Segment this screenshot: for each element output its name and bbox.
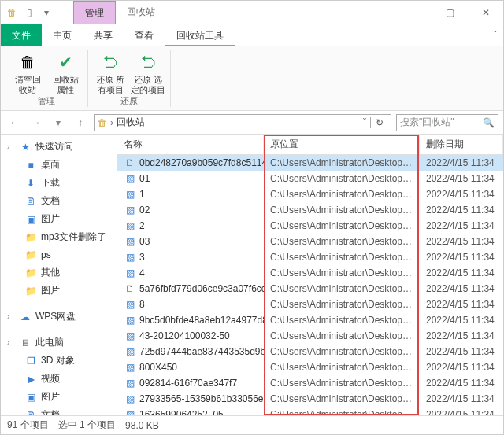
nav-mp3-deleted[interactable]: 📁mp3文件删除了 [1, 228, 117, 246]
group-manage-label: 管理 [38, 95, 55, 107]
cell-name: 🗋0bd248270a9b059c7fd8c51142... [117, 157, 264, 169]
image-file-icon: ▧ [124, 345, 136, 358]
nav-wps[interactable]: ›☁WPS网盘 [1, 308, 117, 326]
nav-desktop[interactable]: ■桌面 [1, 156, 117, 174]
nav-other[interactable]: 📁其他 [1, 264, 117, 282]
cell-location: C:\Users\Administrator\Desktop\图片 [264, 267, 420, 280]
nav-videos[interactable]: ▶视频 [1, 370, 117, 388]
navigation-pane[interactable]: ›★快速访问 ■桌面 ⬇下载 🖹文档 ▣图片 📁mp3文件删除了 📁ps 📁其他… [1, 135, 117, 415]
file-row[interactable]: ▧43-201204100032-50C:\Users\Administrato… [117, 328, 503, 344]
file-row[interactable]: ▧800X450C:\Users\Administrator\Desktop\图… [117, 359, 503, 375]
status-count: 91 个项目 [7, 418, 49, 432]
back-button[interactable]: ← [6, 114, 23, 131]
file-row[interactable]: ▧3C:\Users\Administrator\Desktop\图片2022/… [117, 249, 503, 265]
column-name[interactable]: 名称 [117, 135, 264, 154]
group-restore-label: 还原 [120, 95, 138, 107]
nav-quick-access[interactable]: ›★快速访问 [1, 138, 117, 156]
address-dropdown-icon[interactable]: ˅ [362, 117, 367, 128]
context-tab-manage[interactable]: 管理 [73, 1, 116, 24]
qat-dropdown-icon[interactable]: ▾ [40, 6, 53, 19]
tab-recycle-tools[interactable]: 回收站工具 [165, 24, 235, 46]
nav-documents[interactable]: 🖹文档 [1, 192, 117, 210]
search-input[interactable]: 搜索"回收站" 🔍 [396, 114, 498, 131]
close-button[interactable]: ✕ [468, 1, 503, 24]
cell-location: C:\Users\Administrator\Desktop\图片 [264, 204, 420, 217]
image-file-icon: ▧ [124, 314, 136, 326]
nav-documents2[interactable]: 🖹文档 [1, 406, 117, 415]
nav-pictures[interactable]: ▣图片 [1, 210, 117, 228]
file-row[interactable]: 🗋0bd248270a9b059c7fd8c51142...C:\Users\A… [117, 155, 503, 171]
file-row[interactable]: ▧8C:\Users\Administrator\Desktop\图片2022/… [117, 297, 503, 312]
file-row[interactable]: ▧4C:\Users\Administrator\Desktop\图片2022/… [117, 265, 503, 281]
file-icon: 🗋 [124, 282, 136, 295]
cell-date: 2022/4/15 11:34 [420, 409, 503, 415]
maximize-button[interactable]: ▢ [432, 1, 468, 24]
tab-file[interactable]: 文件 [1, 24, 42, 46]
ribbon-tabs: 文件 主页 共享 查看 回收站工具 ˇ [1, 24, 503, 46]
ribbon: 🗑 清空回 收站 ✔ 回收站 属性 管理 ⮌ 还原 所有项目 ⮌ 还原 选定的项… [1, 46, 503, 111]
nav-this-pc[interactable]: ›🖥此电脑 [1, 334, 117, 352]
search-placeholder: 搜索"回收站" [400, 116, 454, 129]
nav-3d-objects[interactable]: ❒3D 对象 [1, 352, 117, 370]
recent-button[interactable]: ▾ [50, 114, 67, 131]
file-row[interactable]: ▧9bc5d0bfde48a8eb12a4977d86...C:\Users\A… [117, 312, 503, 328]
image-file-icon: ▧ [124, 393, 136, 405]
up-button[interactable]: ↑ [72, 114, 89, 131]
column-date[interactable]: 删除日期 [420, 135, 503, 154]
file-row[interactable]: ▧03C:\Users\Administrator\Desktop\图片2022… [117, 234, 503, 249]
status-size: 98.0 KB [125, 420, 159, 431]
file-row[interactable]: 🗋5a76fbfd779d06ce9c3a07f6cc3c...C:\Users… [117, 281, 503, 297]
cell-name: ▧9bc5d0bfde48a8eb12a4977d86... [117, 314, 264, 326]
ribbon-collapse-icon[interactable]: ˇ [487, 24, 503, 46]
qat-separator-icon: ▯ [23, 6, 35, 19]
cell-date: 2022/4/15 11:34 [420, 283, 503, 294]
image-file-icon: ▧ [124, 235, 136, 248]
file-icon: 🗋 [124, 157, 136, 169]
cell-date: 2022/4/15 11:34 [420, 330, 503, 341]
cell-location: C:\Users\Administrator\Desktop\图片 [264, 377, 420, 390]
file-row[interactable]: ▧725d97444bae837443535d9bfe...C:\Users\A… [117, 344, 503, 359]
image-file-icon: ▧ [124, 377, 136, 389]
restore-all-button[interactable]: ⮌ 还原 所有项目 [93, 50, 128, 95]
status-selection: 选中 1 个项目 [58, 418, 116, 432]
address-bar: ← → ▾ ↑ 🗑 › 回收站 ˅ ↻ 搜索"回收站" 🔍 [1, 111, 503, 135]
cell-location: C:\Users\Administrator\Desktop\图片 [264, 408, 420, 416]
title-bar: 🗑 ▯ ▾ 管理 回收站 — ▢ ✕ [1, 1, 503, 24]
tab-share[interactable]: 共享 [83, 24, 124, 46]
cell-name: ▧800X450 [117, 361, 264, 374]
cell-date: 2022/4/15 11:34 [420, 315, 503, 326]
empty-recycle-button[interactable]: 🗑 清空回 收站 [10, 50, 45, 95]
address-box[interactable]: 🗑 › 回收站 ˅ ↻ [94, 114, 391, 131]
file-row[interactable]: ▧27933565-15359b61b33056e53C:\Users\Admi… [117, 391, 503, 407]
file-row[interactable]: ▧2C:\Users\Administrator\Desktop\图片2022/… [117, 218, 503, 234]
cell-name: ▧725d97444bae837443535d9bfe... [117, 345, 264, 358]
image-file-icon: ▧ [124, 330, 136, 342]
restore-selected-icon: ⮌ [137, 51, 159, 73]
content: ›★快速访问 ■桌面 ⬇下载 🖹文档 ▣图片 📁mp3文件删除了 📁ps 📁其他… [1, 135, 503, 415]
nav-pictures3[interactable]: ▣图片 [1, 388, 117, 406]
file-row[interactable]: ▧02C:\Users\Administrator\Desktop\图片2022… [117, 202, 503, 218]
column-location[interactable]: 原位置 [264, 135, 420, 154]
empty-recycle-icon: 🗑 [17, 51, 39, 73]
file-row[interactable]: ▧092814-616f70ae347f7C:\Users\Administra… [117, 375, 503, 391]
cell-date: 2022/4/15 11:34 [420, 378, 503, 389]
cell-date: 2022/4/15 11:34 [420, 362, 503, 373]
forward-button[interactable]: → [28, 114, 45, 131]
search-icon: 🔍 [483, 117, 495, 128]
nav-ps[interactable]: 📁ps [1, 246, 117, 264]
file-row[interactable]: ▧1636599064252_05C:\Users\Administrator\… [117, 407, 503, 415]
recycle-props-button[interactable]: ✔ 回收站 属性 [48, 50, 83, 95]
tab-view[interactable]: 查看 [124, 24, 165, 46]
file-row[interactable]: ▧1C:\Users\Administrator\Desktop\图片2022/… [117, 186, 503, 202]
file-row[interactable]: ▧01C:\Users\Administrator\Desktop\图片2022… [117, 171, 503, 186]
cell-location: C:\Users\Administrator\Desktop\图片 [264, 330, 420, 343]
nav-downloads[interactable]: ⬇下载 [1, 174, 117, 192]
minimize-button[interactable]: — [397, 1, 432, 24]
cell-name: ▧43-201204100032-50 [117, 330, 264, 342]
tab-home[interactable]: 主页 [42, 24, 83, 46]
nav-pictures2[interactable]: 📁图片 [1, 282, 117, 300]
rows-container[interactable]: 🗋0bd248270a9b059c7fd8c51142...C:\Users\A… [117, 155, 503, 415]
refresh-button[interactable]: ↻ [370, 117, 387, 128]
breadcrumb-location[interactable]: 回收站 [117, 116, 145, 129]
restore-selected-button[interactable]: ⮌ 还原 选定的项目 [131, 50, 165, 95]
